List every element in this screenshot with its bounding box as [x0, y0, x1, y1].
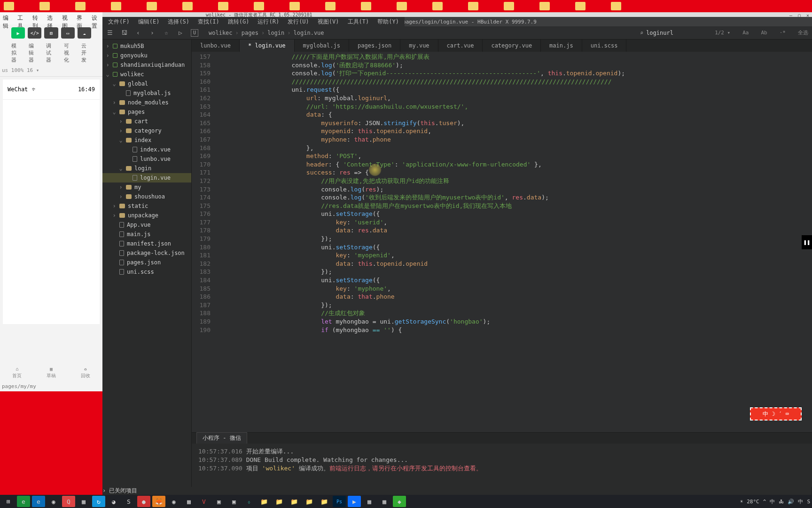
tree-file[interactable]: App.vue: [102, 220, 191, 230]
back-icon[interactable]: ‹: [134, 29, 142, 37]
folder-icon[interactable]: [75, 2, 86, 10]
folder-icon[interactable]: [111, 2, 121, 10]
folder-icon[interactable]: 📁: [258, 496, 271, 507]
code-button[interactable]: </>: [28, 27, 41, 39]
folder-icon[interactable]: [397, 2, 407, 10]
folder-icon[interactable]: [147, 2, 157, 10]
firefox-icon[interactable]: 🦊: [152, 496, 165, 507]
photoshop-icon[interactable]: Ps: [333, 496, 346, 507]
menu-select[interactable]: 选择: [47, 14, 55, 23]
devtools-zoom-status[interactable]: us 100% 16 ▾: [0, 64, 102, 77]
editor-tab[interactable]: pages.json: [349, 40, 400, 52]
tree-project[interactable]: ⌄wolikec: [102, 70, 191, 79]
sidebar-toggle-icon[interactable]: ☰: [106, 29, 114, 37]
app-icon[interactable]: e: [17, 496, 30, 507]
tab-recycle[interactable]: ♻回收: [81, 366, 90, 379]
menu-tools[interactable]: 工具(T): [348, 18, 369, 24]
tree-folder[interactable]: ⌄login: [102, 164, 191, 173]
app-icon[interactable]: ↻: [92, 496, 105, 507]
breadcrumb-project[interactable]: wolikec: [209, 30, 233, 36]
menu-find[interactable]: 查找(I): [198, 18, 219, 24]
app-icon[interactable]: ◕: [107, 496, 120, 507]
tree-file[interactable]: lunbo.vue: [102, 154, 191, 164]
menu-run[interactable]: 运行(R): [258, 18, 279, 24]
app-icon[interactable]: ●: [137, 496, 150, 507]
breadcrumb-file[interactable]: login.vue: [294, 30, 324, 36]
tree-file[interactable]: pages.json: [102, 258, 191, 267]
menu-publish[interactable]: 发行(U): [288, 18, 309, 24]
app-icon[interactable]: S: [807, 499, 810, 505]
search-input[interactable]: [646, 30, 703, 36]
ime-floating-panel[interactable]: 中 ☽ ′ ⌨: [750, 407, 802, 421]
save-icon[interactable]: 🖫: [120, 29, 128, 37]
app-icon[interactable]: Q: [62, 496, 75, 507]
tree-file[interactable]: manifest.json: [102, 239, 191, 248]
editor-tab[interactable]: main.js: [541, 40, 582, 52]
start-icon[interactable]: ⊞: [2, 496, 15, 507]
terminal-icon[interactable]: ▣: [227, 496, 241, 507]
tree-folder[interactable]: ›category: [102, 126, 191, 135]
app-icon[interactable]: ▦: [182, 496, 195, 507]
menu-tool[interactable]: 工具: [17, 14, 25, 23]
folder-icon[interactable]: 📁: [303, 496, 316, 507]
tree-file[interactable]: index.vue: [102, 145, 191, 154]
folder-icon[interactable]: [361, 2, 371, 10]
tree-folder[interactable]: ›unpackage: [102, 211, 191, 220]
code-content[interactable]: /////下面是用户数据写入数据库,用户表和扩展表 console.log('函…: [215, 52, 812, 432]
tray-chevron-icon[interactable]: ^: [763, 499, 766, 505]
app-icon[interactable]: ▦: [77, 496, 90, 507]
ime-indicator[interactable]: 中: [798, 498, 803, 505]
folder-icon[interactable]: 📁: [273, 496, 286, 507]
search-icon[interactable]: ⌕: [640, 30, 643, 36]
chrome-icon[interactable]: ◉: [167, 496, 180, 507]
folder-icon[interactable]: [575, 2, 586, 10]
vscode-icon[interactable]: ⬨: [242, 496, 256, 507]
cloud-button[interactable]: ☁: [78, 27, 91, 39]
app-icon[interactable]: V: [197, 496, 211, 507]
search-select-all[interactable]: 全选: [798, 29, 808, 36]
forward-icon[interactable]: ›: [148, 29, 156, 37]
terminal-icon[interactable]: ▣: [212, 496, 226, 507]
tree-folder[interactable]: ⌄index: [102, 135, 191, 145]
folder-icon[interactable]: 📁: [318, 496, 331, 507]
menu-settings[interactable]: 设置: [92, 14, 100, 23]
pycharm-icon[interactable]: ▦: [378, 496, 391, 507]
app-icon[interactable]: ◆: [393, 496, 406, 507]
tree-file[interactable]: main.js: [102, 230, 191, 239]
folder-icon[interactable]: [325, 2, 336, 10]
editor-tab[interactable]: lunbo.vue: [192, 40, 240, 52]
tree-file[interactable]: myglobal.js: [102, 88, 191, 98]
search-opt-regex[interactable]: ·*: [780, 30, 786, 36]
ime-indicator[interactable]: 中: [770, 498, 775, 505]
chrome-icon[interactable]: ◉: [47, 496, 60, 507]
play-button[interactable]: ▶: [11, 27, 25, 39]
run-icon[interactable]: ▷: [177, 29, 184, 37]
edge-icon[interactable]: e: [32, 496, 45, 507]
tree-project[interactable]: ›shandianxiuqianduan: [102, 60, 191, 70]
folder-icon[interactable]: [504, 2, 514, 10]
menu-edit[interactable]: 编辑(E): [138, 18, 160, 24]
search-opt-case[interactable]: Aa: [742, 30, 749, 36]
folder-icon[interactable]: [289, 2, 300, 10]
editor-tab[interactable]: * login.vue: [240, 40, 294, 52]
tree-folder[interactable]: ›my: [102, 183, 191, 192]
uniapp-icon[interactable]: U: [191, 29, 198, 37]
tree-folder[interactable]: ⌄pages: [102, 107, 191, 117]
tree-folder[interactable]: ›shoushuoa: [102, 192, 191, 201]
tree-file[interactable]: uni.scss: [102, 267, 191, 277]
closed-projects-section[interactable]: › 已关闭项目: [102, 487, 812, 495]
menu-file[interactable]: 文件(F): [108, 18, 130, 24]
editor-tab[interactable]: category.vue: [483, 40, 541, 52]
folder-icon[interactable]: [468, 2, 478, 10]
editor-tab[interactable]: my.vue: [400, 40, 438, 52]
folder-icon[interactable]: [432, 2, 443, 10]
editor-tab[interactable]: uni.scss: [582, 40, 627, 52]
breadcrumb-folder[interactable]: login: [267, 30, 284, 36]
menu-goto[interactable]: 跳转(G): [228, 18, 250, 24]
search-opt-word[interactable]: Ab: [761, 30, 767, 36]
star-icon[interactable]: ☆: [163, 29, 170, 37]
folder-icon[interactable]: [39, 2, 50, 10]
network-icon[interactable]: 🖧: [779, 499, 784, 505]
folder-icon[interactable]: 📁: [288, 496, 301, 507]
tree-folder[interactable]: ⌄global: [102, 79, 191, 88]
